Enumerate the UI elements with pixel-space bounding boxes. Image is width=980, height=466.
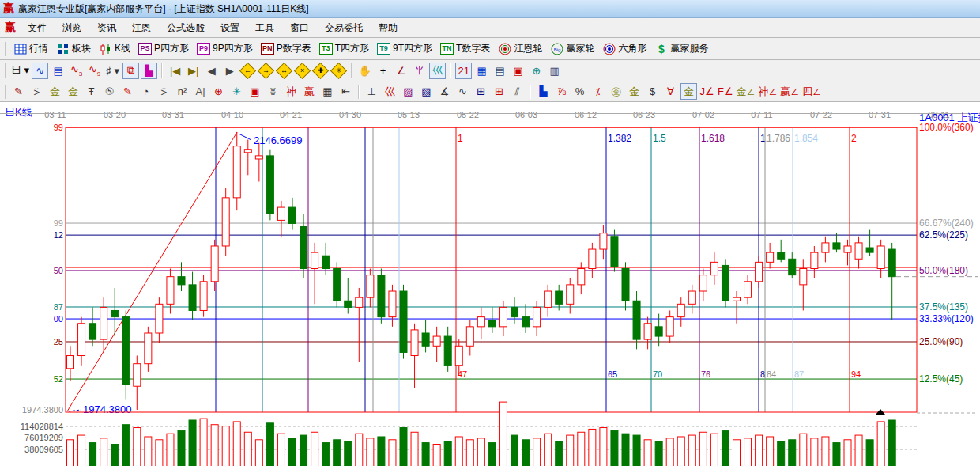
spiral-5-button[interactable]: ⑤ [101,83,118,100]
percent-line-button[interactable]: ⁒ [590,83,606,100]
gold-circle-button[interactable]: ㊎ [608,83,624,100]
toolbar-button-赢家服务[interactable]: $赢家服务 [650,40,712,57]
a-fan-button[interactable]: ∀ [662,83,679,100]
quote-list-button[interactable]: ▤ [50,63,66,79]
f-fan-button[interactable]: F∠ [717,83,734,100]
crosshair-button[interactable]: + [375,63,391,79]
k-mark-button[interactable]: ʬ [265,83,281,100]
wave-dots-button[interactable]: ∿ [454,83,471,100]
gold-angle-fan-button[interactable]: 金∠ [736,83,756,100]
f-grid-button[interactable]: Ŧ [83,83,100,100]
title-bar[interactable]: 赢 赢家江恩专业版[赢家内部服务平台] - [上证指数 SH1A0001-111… [0,0,980,18]
web-data-button[interactable]: ⊕ [528,63,545,79]
shen-tool-button[interactable]: 神 [283,83,300,100]
pen-ruler-button[interactable]: ✎ [119,83,136,100]
angle-measure-button[interactable]: ∠ [393,63,409,79]
gann-tool-button[interactable]: 平 [411,63,428,79]
toolbar-button-T数字表[interactable]: TNT数字表 [436,40,494,57]
remote-pc-button[interactable]: ▥ [546,63,563,79]
toolbar-button-六角形[interactable]: 六角形 [598,40,650,57]
candle-style-dropdown-button[interactable]: ♯ ▾ [104,63,121,79]
shift-left-button[interactable]: ← [239,63,256,79]
star-burst-button[interactable]: ✳ [228,83,245,100]
toolbar-button-板块[interactable]: 板块 [52,40,95,57]
n-square-button[interactable]: n² [174,83,190,100]
shift-right-button[interactable]: → [258,63,274,79]
menu-item-1[interactable]: 浏览 [55,20,89,36]
grid-123-button[interactable]: ▦ [319,83,336,100]
menu-item-7[interactable]: 窗口 [282,20,317,36]
calendar-21-button[interactable]: 21 [455,63,472,79]
toolbar-button-P四方形[interactable]: PSP四方形 [134,40,193,57]
smart-analysis-button[interactable]: 巛 [429,63,446,79]
toolbar-button-T四方形[interactable]: T3T四方形 [315,40,373,57]
candlestick-chart-canvas[interactable]: 03-1103-2003-3104-1004-2104-3005-1305-22… [0,102,980,466]
chart-area[interactable]: 日K线 03-1103-2003-3104-1004-2104-3005-130… [0,102,980,466]
net-grid-red-button[interactable]: ⊞ [491,83,507,100]
gold-grid-2-button[interactable]: 金 [65,83,81,100]
shade-box-button[interactable]: ▨ [400,83,416,100]
toolbar-button-P数字表[interactable]: PNP数字表 [257,40,315,57]
expand-horizontal-button[interactable]: ↔ [276,63,292,79]
pen-tool-button[interactable]: ✎ [10,83,27,100]
wave-9-button[interactable]: ∿9 [86,63,103,79]
shen-fan-button[interactable]: 神∠ [757,83,778,100]
toolbar-button-江恩轮[interactable]: 江恩轮 [494,40,546,57]
percent-button[interactable]: % [571,83,588,100]
menu-item-9[interactable]: 帮助 [371,20,405,36]
menu-item-4[interactable]: 公式选股 [159,20,213,36]
drag-hand-button[interactable]: ✋ [356,63,373,79]
trend-angle-button[interactable]: ∡ [436,83,453,100]
comb-grid-button[interactable]: ⍩ [156,83,172,100]
parallel-lines-button[interactable]: ⫽ [509,83,526,100]
histogram-view-button[interactable]: ▙ [141,63,157,79]
toolbar-button-K线[interactable]: K线 [95,40,134,57]
circle-cross-button[interactable]: ⊕ [210,83,227,100]
a-line-button[interactable]: A| [192,83,209,100]
axis-tool-button[interactable]: ⊥ [364,83,380,100]
compress-button[interactable]: × [294,63,311,79]
square-star-button[interactable]: ▣ [247,83,263,100]
map-view-button[interactable]: ⧉ [122,63,139,79]
span-arrow-button[interactable]: ⇤ [337,83,354,100]
menu-item-3[interactable]: 江恩 [124,20,159,36]
menu-item-8[interactable]: 交易委托 [317,20,371,36]
win-fan-button[interactable]: 赢∠ [779,83,800,100]
menu-item-6[interactable]: 工具 [247,20,282,36]
wave-3-button[interactable]: ∿3 [68,63,85,79]
toolbar-button-赢家轮[interactable]: Big赢家轮 [546,40,598,57]
win-tool-button[interactable]: 赢 [301,83,318,100]
expand-all-button[interactable]: ✚ [312,63,329,79]
shade-box-2-button[interactable]: ▧ [418,83,435,100]
toolbar-button-9P四方形[interactable]: P99P四方形 [193,40,257,57]
fit-screen-button[interactable]: ✳ [330,63,347,79]
net-grid-button[interactable]: ⊞ [473,83,489,100]
time-clock-button[interactable]: ◔ [138,83,154,100]
menu-item-5[interactable]: 设置 [213,20,247,36]
seven-eighths-button[interactable]: ⅞ [553,83,570,100]
first-page-button[interactable]: |◀ [167,63,183,79]
toolbar-button-9T四方形[interactable]: T99T四方形 [373,40,436,57]
parallel-lines-icon: ⫽ [515,85,520,98]
calculator-button[interactable]: ▦ [473,63,490,79]
price-pen-button[interactable]: $ [644,83,661,100]
next-page-button[interactable]: ▶ [221,63,238,79]
volume-profile-button[interactable]: ▙ [535,83,552,100]
time-grid-button[interactable]: ⍩ [28,83,45,100]
gold-level-button[interactable]: 金 [626,83,643,100]
zoom-chart-button[interactable]: ∿ [32,63,48,79]
menu-item-0[interactable]: 文件 [20,20,55,36]
four-fan-button[interactable]: 四∠ [801,83,822,100]
period-candle-dropdown-button[interactable]: 日 ▾ [10,63,30,79]
gold-grid-1-button[interactable]: 金 [47,83,63,100]
prev-page-button[interactable]: ◀ [203,63,220,79]
save-button[interactable]: ▣ [510,63,526,79]
toolbar-button-行情[interactable]: 行情 [9,40,52,57]
menu-item-2[interactable]: 资讯 [89,20,124,36]
trend-angle-icon: ∡ [440,85,450,97]
fan-rays-button[interactable]: 巛 [382,83,398,100]
notes-button[interactable]: ▤ [492,63,508,79]
last-page-button[interactable]: ▶| [185,63,202,79]
gold-fan-button[interactable]: 金 [680,83,697,100]
j-fan-button[interactable]: J∠ [699,83,715,100]
